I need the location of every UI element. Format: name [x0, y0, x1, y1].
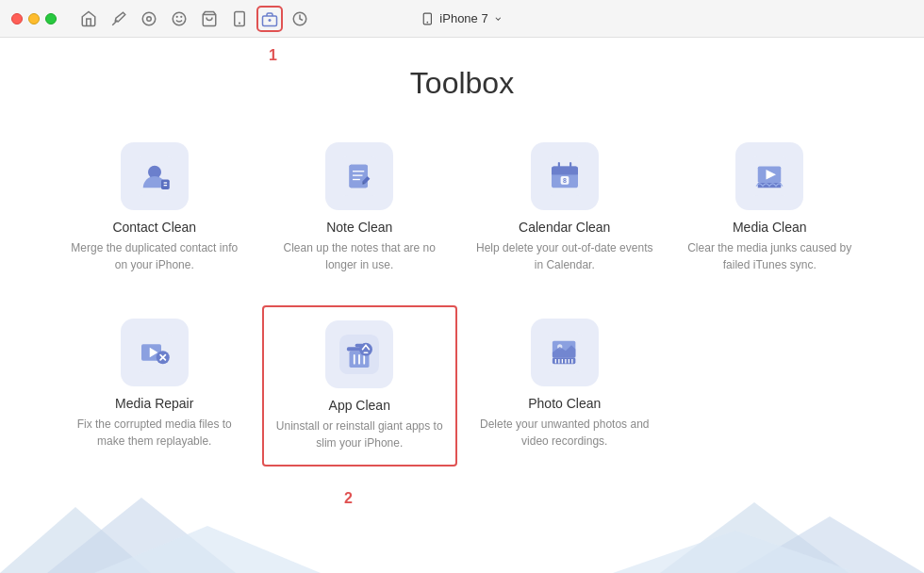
photo-clean-icon-bg	[531, 319, 599, 386]
face-icon[interactable]	[166, 6, 192, 32]
page-title: Toolbox	[57, 66, 867, 101]
app-clean-icon-bg	[325, 320, 393, 388]
tools-grid: Contact Clean Merge the duplicated conta…	[57, 129, 867, 467]
clock-icon[interactable]	[287, 6, 313, 32]
close-button[interactable]	[11, 13, 23, 25]
mountain-decoration	[0, 479, 924, 573]
svg-text:8: 8	[563, 177, 567, 184]
media-repair-name: Media Repair	[115, 396, 193, 411]
app-clean-name: App Clean	[329, 398, 390, 413]
media-repair-icon-bg	[121, 319, 189, 386]
broom-icon[interactable]	[106, 6, 132, 32]
calendar-clean-icon-bg: 8	[531, 142, 599, 210]
contact-clean-icon-bg	[121, 142, 189, 210]
contact-clean-name: Contact Clean	[112, 220, 196, 235]
contact-clean-item[interactable]: Contact Clean Merge the duplicated conta…	[57, 129, 253, 286]
maximize-button[interactable]	[45, 13, 57, 25]
minimize-button[interactable]	[28, 13, 40, 25]
media-repair-item[interactable]: Media Repair Fix the corrupted media fil…	[57, 305, 253, 467]
media-repair-desc: Fix the corrupted media files to make th…	[66, 416, 243, 450]
media-icon[interactable]	[136, 6, 162, 32]
svg-point-1	[147, 16, 152, 21]
photo-clean-desc: Delete your unwanted photos and video re…	[476, 416, 653, 450]
app-clean-desc: Uninstall or reinstall giant apps to sli…	[273, 417, 447, 451]
media-clean-item[interactable]: Media Clean Clear the media junks caused…	[672, 129, 868, 286]
svg-rect-28	[552, 172, 578, 175]
traffic-lights	[11, 13, 57, 25]
note-clean-desc: Clean up the notes that are no longer in…	[272, 239, 449, 273]
device-name: iPhone 7	[439, 11, 487, 25]
photo-clean-name: Photo Clean	[528, 396, 601, 411]
calendar-clean-desc: Help delete your out-of-date events in C…	[476, 239, 653, 273]
home-icon[interactable]	[75, 6, 102, 32]
toolbox-icon[interactable]	[256, 6, 283, 32]
calendar-clean-name: Calendar Clean	[519, 220, 610, 235]
title-bar: iPhone 7	[0, 0, 924, 38]
device-selector[interactable]: iPhone 7	[421, 10, 503, 27]
main-content: Toolbox Contact Clean Merge the duplicat…	[0, 38, 924, 485]
bag-icon[interactable]	[196, 6, 223, 32]
note-clean-item[interactable]: Note Clean Clean up the notes that are n…	[262, 129, 458, 286]
svg-point-2	[173, 12, 186, 25]
calendar-clean-item[interactable]: 8 Calendar Clean Help delete your out-of…	[467, 129, 663, 286]
media-clean-name: Media Clean	[733, 220, 807, 235]
media-clean-desc: Clear the media junks caused by failed i…	[682, 239, 859, 273]
photo-clean-item[interactable]: Photo Clean Delete your unwanted photos …	[467, 305, 663, 467]
svg-rect-21	[350, 165, 368, 188]
toolbar	[75, 6, 313, 32]
contact-clean-desc: Merge the duplicated contact info on you…	[66, 239, 243, 273]
svg-rect-16	[161, 180, 170, 190]
svg-point-0	[142, 12, 156, 25]
note-clean-icon-bg	[325, 142, 393, 210]
app-clean-item[interactable]: App Clean Uninstall or reinstall giant a…	[262, 305, 458, 467]
note-clean-name: Note Clean	[326, 220, 392, 235]
media-clean-icon-bg	[735, 142, 803, 210]
phone-icon[interactable]	[226, 6, 253, 32]
